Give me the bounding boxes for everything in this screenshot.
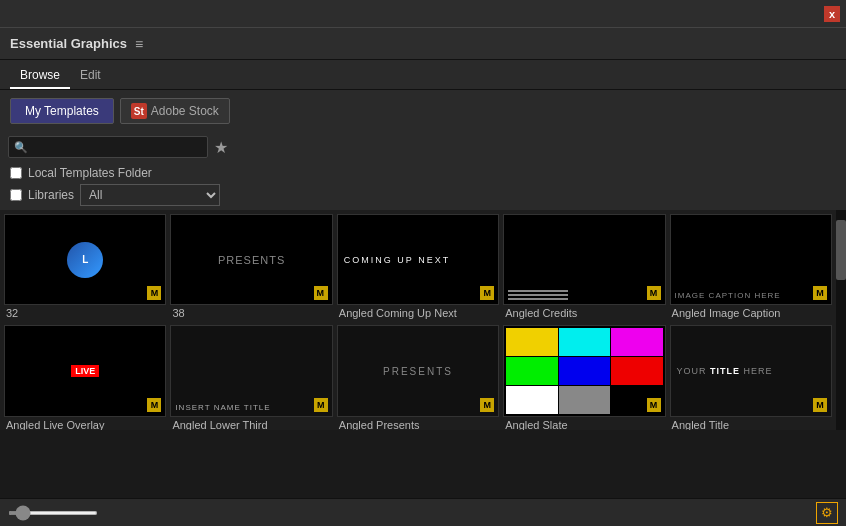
search-input[interactable]	[8, 136, 208, 158]
motion-badge-presents: M	[480, 398, 494, 412]
libraries-label: Libraries	[28, 188, 74, 202]
tabs-bar: Browse Edit	[0, 60, 846, 90]
libraries-select[interactable]: All	[80, 184, 220, 206]
settings-icon: ⚙	[821, 505, 833, 520]
template-thumb-angled-presents: PRESENTS M	[337, 325, 499, 416]
template-item-angled-title[interactable]: YOUR TITLE HERE M Angled Title	[670, 325, 832, 430]
motion-badge-credits: M	[647, 286, 661, 300]
title-highlight: TITLE	[710, 366, 740, 376]
motion-badge-live-overlay: M	[147, 398, 161, 412]
toolbar: My Templates St Adobe Stock	[0, 90, 846, 132]
angled-title-text: YOUR TITLE HERE	[677, 366, 773, 376]
template-item-angled-image-caption[interactable]: IMAGE CAPTION HERE M Angled Image Captio…	[670, 214, 832, 321]
slate-cell-white	[506, 386, 557, 414]
options-bar: Local Templates Folder Libraries All	[0, 162, 846, 210]
motion-badge-image-caption: M	[813, 286, 827, 300]
template-thumb-angled-live-overlay: LIVE M	[4, 325, 166, 416]
template-label-angled-credits: Angled Credits	[503, 305, 665, 321]
bottom-bar: ⚙	[0, 498, 846, 526]
template-thumb-32: L M	[4, 214, 166, 305]
template-label-32: 32	[4, 305, 166, 321]
template-label-angled-slate: Angled Slate	[503, 417, 665, 430]
motion-badge-38: M	[314, 286, 328, 300]
menu-icon[interactable]: ≡	[135, 36, 143, 52]
close-button[interactable]: x	[824, 6, 840, 22]
tab-browse[interactable]: Browse	[10, 63, 70, 89]
template-item-angled-presents[interactable]: PRESENTS M Angled Presents	[337, 325, 499, 430]
search-wrapper: 🔍	[8, 136, 208, 158]
libraries-checkbox[interactable]	[10, 189, 22, 201]
image-caption-text: IMAGE CAPTION HERE	[675, 291, 781, 300]
coming-up-text: COMING UP NEXT	[344, 255, 450, 265]
template-thumb-angled-slate: M	[503, 325, 665, 416]
template-thumb-angled-image-caption: IMAGE CAPTION HERE M	[670, 214, 832, 305]
motion-badge-angled-title: M	[813, 398, 827, 412]
scrollbar-thumb	[836, 220, 846, 280]
template-label-angled-image-caption: Angled Image Caption	[670, 305, 832, 321]
template-item-angled-live-overlay[interactable]: LIVE M Angled Live Overlay	[4, 325, 166, 430]
libraries-row: Libraries All	[10, 184, 836, 206]
panel-header: Essential Graphics ≡	[0, 28, 846, 60]
local-templates-label: Local Templates Folder	[28, 166, 152, 180]
templates-grid-area: L M 32 PRESENTS M 38 COMING UP NEXT M	[0, 210, 836, 430]
motion-badge-slate: M	[647, 398, 661, 412]
template-label-38: 38	[170, 305, 332, 321]
insert-name-text: INSERT NAME TITLE	[175, 403, 270, 412]
settings-button[interactable]: ⚙	[816, 502, 838, 524]
template-thumb-angled-lower-third: INSERT NAME TITLE M	[170, 325, 332, 416]
template-item-angled-slate[interactable]: M Angled Slate	[503, 325, 665, 430]
template-thumb-angled-title: YOUR TITLE HERE M	[670, 325, 832, 416]
title-bar: x	[0, 0, 846, 28]
template-label-angled-coming-up-next: Angled Coming Up Next	[337, 305, 499, 321]
template-thumb-angled-credits: M	[503, 214, 665, 305]
template-label-angled-live-overlay: Angled Live Overlay	[4, 417, 166, 430]
slate-cell-magenta	[611, 328, 662, 356]
local-templates-checkbox[interactable]	[10, 167, 22, 179]
search-icon: 🔍	[14, 141, 28, 154]
templates-grid: L M 32 PRESENTS M 38 COMING UP NEXT M	[4, 214, 832, 430]
my-templates-button[interactable]: My Templates	[10, 98, 114, 124]
st-badge: St	[131, 103, 147, 119]
motion-badge-coming-up: M	[480, 286, 494, 300]
search-bar: 🔍 ★	[0, 132, 846, 162]
favorites-star-icon[interactable]: ★	[214, 138, 228, 157]
zoom-range-input[interactable]	[8, 511, 98, 515]
slate-cell-blue	[559, 357, 610, 385]
template-thumb-38: PRESENTS M	[170, 214, 332, 305]
credit-line-3	[508, 298, 568, 300]
slate-cell-green	[506, 357, 557, 385]
panel-title: Essential Graphics	[10, 36, 127, 51]
template-item-angled-coming-up-next[interactable]: COMING UP NEXT M Angled Coming Up Next	[337, 214, 499, 321]
motion-badge-32: M	[147, 286, 161, 300]
template-item-32[interactable]: L M 32	[4, 214, 166, 321]
credits-lines	[508, 290, 568, 300]
logo-circle: L	[67, 242, 103, 278]
template-item-angled-credits[interactable]: M Angled Credits	[503, 214, 665, 321]
slate-cell-red	[611, 357, 662, 385]
credit-line-2	[508, 294, 568, 296]
template-item-38[interactable]: PRESENTS M 38	[170, 214, 332, 321]
template-item-angled-lower-third[interactable]: INSERT NAME TITLE M Angled Lower Third	[170, 325, 332, 430]
slate-cell-cyan	[559, 328, 610, 356]
presents-text-2: PRESENTS	[383, 366, 453, 377]
scrollbar[interactable]	[836, 210, 846, 430]
adobe-stock-button[interactable]: St Adobe Stock	[120, 98, 230, 124]
zoom-slider-area	[8, 511, 98, 515]
presents-text: PRESENTS	[218, 254, 285, 266]
live-badge: LIVE	[71, 365, 99, 377]
adobe-stock-label: Adobe Stock	[151, 104, 219, 118]
tab-edit[interactable]: Edit	[70, 63, 111, 89]
slate-cell-yellow	[506, 328, 557, 356]
template-thumb-coming-up: COMING UP NEXT M	[337, 214, 499, 305]
template-label-angled-title: Angled Title	[670, 417, 832, 430]
local-templates-row: Local Templates Folder	[10, 166, 836, 180]
credit-line-1	[508, 290, 568, 292]
slate-cell-gray	[559, 386, 610, 414]
template-label-angled-lower-third: Angled Lower Third	[170, 417, 332, 430]
template-label-angled-presents: Angled Presents	[337, 417, 499, 430]
motion-badge-lower-third: M	[314, 398, 328, 412]
